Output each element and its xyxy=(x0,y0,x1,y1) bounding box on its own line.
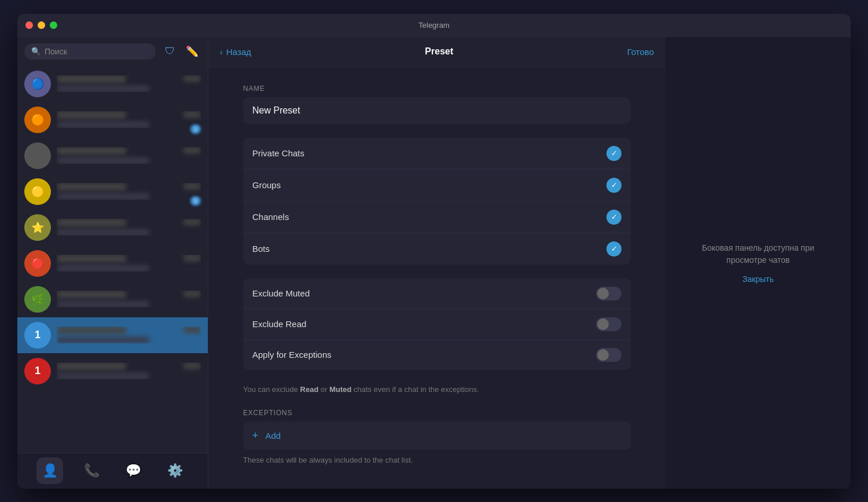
bots-check: ✓ xyxy=(606,241,621,257)
private-chats-option[interactable]: Private Chats ✓ xyxy=(243,138,631,170)
apply-exceptions-label: Apply for Exceptions xyxy=(252,350,596,360)
chat-info xyxy=(57,75,201,92)
chat-preview xyxy=(57,265,149,272)
chat-preview xyxy=(57,337,149,343)
groups-label: Groups xyxy=(252,180,606,190)
list-item[interactable]: 🟠 2 xyxy=(17,102,208,138)
chat-list: 🔵 🟠 xyxy=(17,66,208,453)
done-button[interactable]: Готово xyxy=(627,47,654,57)
close-button[interactable] xyxy=(25,21,33,29)
exceptions-hint: These chats will be always included to t… xyxy=(243,456,631,464)
exclude-read-option[interactable]: Exclude Read xyxy=(243,309,631,340)
right-panel-close-button[interactable]: Закрыть xyxy=(742,274,774,284)
chat-preview xyxy=(57,86,149,92)
preset-name-input[interactable] xyxy=(243,97,631,124)
list-item[interactable] xyxy=(17,138,208,174)
chat-time xyxy=(183,75,201,82)
list-item[interactable]: 1 xyxy=(17,317,208,353)
chats-nav-button[interactable]: 💬 xyxy=(120,457,147,484)
right-panel: Боковая панель доступна при просмотре ча… xyxy=(665,37,851,489)
chat-time xyxy=(183,255,201,261)
window-title: Telegram xyxy=(418,21,449,30)
avatar: 🟠 xyxy=(24,107,51,133)
chat-info xyxy=(57,219,201,236)
avatar: 1 xyxy=(24,358,51,384)
list-item[interactable]: 🟡 5 xyxy=(17,174,208,210)
apply-exceptions-option[interactable]: Apply for Exceptions xyxy=(243,340,631,370)
filter-hint: You can exclude Read or Muted chats even… xyxy=(243,384,631,395)
chat-name xyxy=(57,291,126,298)
minimize-button[interactable] xyxy=(38,21,45,29)
chat-preview xyxy=(57,122,149,128)
list-item[interactable]: ⭐ xyxy=(17,210,208,245)
contacts-nav-button[interactable]: 👤 xyxy=(36,457,63,484)
exclude-muted-option[interactable]: Exclude Muted xyxy=(243,279,631,309)
avatar: 🔵 xyxy=(24,71,51,97)
shield-icon[interactable]: 🛡 xyxy=(161,43,179,60)
avatar: 🌿 xyxy=(24,286,51,313)
toggle-knob xyxy=(597,318,609,330)
search-box[interactable]: 🔍 Поиск xyxy=(24,43,156,60)
chat-time xyxy=(183,327,201,333)
search-placeholder: Поиск xyxy=(45,47,67,56)
chat-name xyxy=(57,219,126,226)
list-item[interactable]: 🔴 xyxy=(17,245,208,281)
maximize-button[interactable] xyxy=(50,21,57,29)
chat-info xyxy=(57,327,201,343)
list-item[interactable]: 🔵 xyxy=(17,66,208,102)
chat-name xyxy=(57,75,126,83)
chat-time xyxy=(183,362,201,369)
chat-time xyxy=(183,291,201,297)
list-item[interactable]: 🌿 xyxy=(17,281,208,317)
avatar: ⭐ xyxy=(24,214,51,241)
list-item[interactable]: 1 xyxy=(17,353,208,389)
include-options-group: Private Chats ✓ Groups ✓ Channels ✓ Bots… xyxy=(243,138,631,265)
window-controls xyxy=(25,21,57,29)
add-exception-button[interactable]: + Add xyxy=(243,422,631,450)
bottom-nav: 👤 📞 💬 ⚙️ xyxy=(17,453,208,489)
bots-option[interactable]: Bots ✓ xyxy=(243,233,631,265)
bots-label: Bots xyxy=(252,244,606,254)
chat-preview xyxy=(57,229,149,236)
exclude-read-toggle[interactable] xyxy=(596,317,621,331)
plus-icon: + xyxy=(252,430,259,442)
add-label: Add xyxy=(266,431,281,441)
chat-info xyxy=(57,291,201,307)
chat-preview xyxy=(57,157,149,164)
title-bar: Telegram xyxy=(17,14,851,37)
toggle-knob xyxy=(597,288,609,299)
chat-name xyxy=(57,255,126,262)
calls-nav-button[interactable]: 📞 xyxy=(78,457,105,484)
sidebar-header: 🔍 Поиск 🛡 ✏️ xyxy=(17,37,208,66)
chat-time xyxy=(183,111,201,118)
chevron-left-icon: ‹ xyxy=(220,47,223,57)
search-icon: 🔍 xyxy=(31,47,41,56)
sidebar-action-icons: 🛡 ✏️ xyxy=(161,43,201,60)
exclude-read-label: Exclude Read xyxy=(252,319,596,329)
groups-option[interactable]: Groups ✓ xyxy=(243,170,631,201)
private-chats-check: ✓ xyxy=(606,146,621,161)
avatar: 🔴 xyxy=(24,250,51,277)
exclude-muted-toggle[interactable] xyxy=(596,287,621,301)
channels-option[interactable]: Channels ✓ xyxy=(243,201,631,233)
toggle-knob xyxy=(597,349,609,361)
private-chats-label: Private Chats xyxy=(252,148,606,158)
apply-exceptions-toggle[interactable] xyxy=(596,348,621,362)
channels-check: ✓ xyxy=(606,210,621,225)
chat-name xyxy=(57,327,126,334)
chat-info xyxy=(57,147,201,164)
app-body: 🔍 Поиск 🛡 ✏️ 🔵 xyxy=(17,37,851,489)
name-section-label: NAME xyxy=(243,85,631,93)
chat-info xyxy=(57,183,201,200)
exclude-muted-label: Exclude Muted xyxy=(252,288,596,298)
avatar: 🟡 xyxy=(24,178,51,205)
back-label: Назад xyxy=(226,47,251,57)
chat-name xyxy=(57,183,126,190)
back-button[interactable]: ‹ Назад xyxy=(220,47,251,57)
settings-nav-button[interactable]: ⚙️ xyxy=(162,457,189,484)
chat-preview xyxy=(57,373,149,379)
compose-icon[interactable]: ✏️ xyxy=(183,43,201,60)
right-panel-info: Боковая панель доступна при просмотре ча… xyxy=(700,242,816,266)
channels-label: Channels xyxy=(252,212,606,222)
filter-options-group: Exclude Muted Exclude Read Apply for Exc… xyxy=(243,279,631,370)
